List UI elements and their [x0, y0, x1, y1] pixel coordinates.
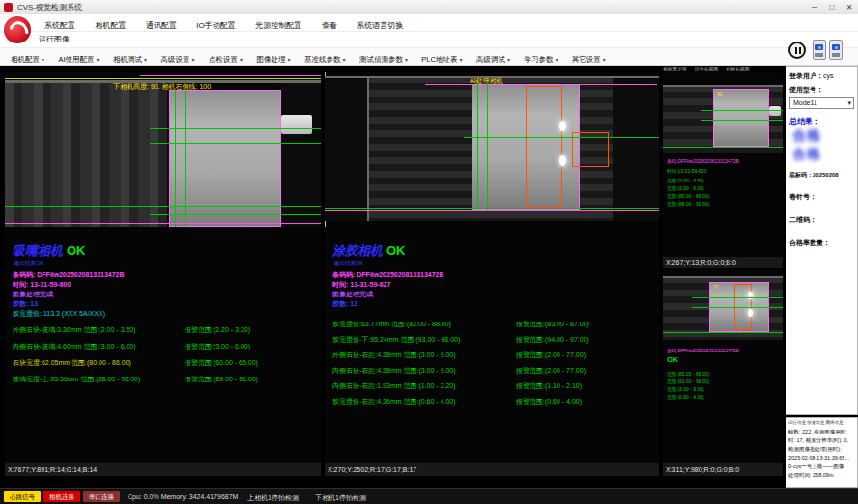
- run-image-label: 运行图像: [39, 35, 70, 43]
- stats-tabs[interactable]: 运行信息 快速信息 网络信息: [788, 420, 844, 425]
- cam-left-coordinate-bar: X:7677;Y:891;R:14;G:14;B:14: [5, 463, 321, 476]
- cam-rt-label: 93: [717, 91, 723, 97]
- serial-connection-badge: 串口连接: [83, 491, 120, 502]
- model-select[interactable]: Mode11: [789, 97, 854, 109]
- main-area: 下相机高度: 93. 相机右侧线: 100 吸嘴相机OK 输出结果OK 条码码:…: [0, 66, 858, 488]
- pause-button[interactable]: [788, 42, 806, 59]
- camera-connection-badge: 相机连接: [43, 491, 80, 502]
- cam-left-top-label: 下相机高度: 93. 相机右侧线: 100: [113, 82, 211, 92]
- camera-view-middle[interactable]: AI处理相机 涂胶相机OK 输出结果OK 条码码: DFFiiw20250208…: [325, 72, 659, 463]
- cam-left-ok-status: OK: [67, 243, 86, 258]
- measure-row: 内侧石块-玻璃:4.60mm 范围:(3.00 - 6.00) 报警范围:(3.…: [13, 342, 319, 351]
- cam-left-title: 吸嘴相机OK: [13, 242, 86, 260]
- header-label-3: 右侧右视图: [726, 66, 750, 71]
- cam-mid-process: 图像处理完成: [332, 290, 373, 299]
- window-title: CVS-视觉检测系统: [17, 3, 82, 12]
- info-panel: 登录用户：cys 使用型号： Mode11 总结果： 合格 合格 底标码：202…: [786, 66, 858, 415]
- header-label-1: 相机显示区: [663, 66, 687, 71]
- cam-mid-ok-status: OK: [386, 243, 406, 258]
- cam-rb-ok-status: OK: [667, 355, 678, 364]
- camera-toggle-button-2[interactable]: [829, 40, 843, 60]
- login-user-row: 登录用户：cys: [789, 71, 834, 81]
- menu-bar: 系统配置 相机配置 通讯配置 IO手动配置 光源控制配置 查看 系统语言切换: [0, 14, 858, 32]
- title-bar: CVS-视觉检测系统 ─ □ ✕: [0, 0, 858, 14]
- measure-row: 玻璃宽度-上:95.56mm 范围:(88.00 - 92.00) 报警范围:(…: [13, 375, 319, 384]
- cam-mid-time: 时间: 13-31-59-627: [332, 280, 390, 290]
- measure-row: 石块宽度:62.05mm 范围:(80.00 - 86.00) 报警范围:(60…: [13, 358, 319, 368]
- cam-rt-coordinate-bar: X:267;Y:13;R:0;G:0;B:0: [663, 257, 783, 268]
- right-column-header: 相机显示区 运动右视图 右侧右视图: [663, 66, 785, 71]
- roi-box: [526, 86, 562, 208]
- inspected-part: [713, 89, 769, 147]
- measure-row: 外侧石块-石距:4.38mm 范围:(3.00 - 9.00) 报警范围:(2.…: [332, 350, 657, 360]
- measure-row: 胶宽度值-石距:4.36mm 范围:(0.60 - 4.00) 报警范围:(0.…: [332, 397, 657, 406]
- cam-mid-barcode: 条码码: DFFiiw2025020813313472B: [332, 270, 444, 280]
- cam-left-process: 图像处理完成: [13, 290, 53, 299]
- cam-left-count: 胶数: 13: [13, 299, 38, 309]
- cam-mid-coordinate-bar: X:270;Y:2502;R:17;G:17;B:17: [325, 463, 659, 476]
- measure-row: 内侧石块-石距:4.38mm 范围:(3.00 - 9.00) 报警范围:(2.…: [332, 366, 657, 376]
- cam-mid-count: 胶数: 13: [332, 299, 358, 309]
- cam-mid-top-label: AI处理相机: [470, 76, 503, 86]
- camera-icon: [832, 44, 840, 50]
- result-value-blurred: 合格: [792, 127, 821, 145]
- camera-view-right-bottom[interactable]: 77 条码:DFFiiw2025020813313472B OK 范围:(82.…: [663, 270, 783, 463]
- cam-left-time: 时间: 13-31-59-600: [13, 280, 71, 290]
- nozzle-shape: [281, 115, 312, 134]
- cam-left-barcode: 条码码: DFFiiw2025020813313472B: [13, 270, 125, 280]
- upper-camera-status: 上相机1停拍检测: [247, 493, 299, 503]
- cam-mid-sub: 输出结果OK: [334, 260, 363, 266]
- cam-left-sub: 输出结果OK: [14, 260, 43, 266]
- heartbeat-badge: 心跳信号: [4, 491, 41, 502]
- total-result-label: 总结果：: [789, 116, 820, 126]
- pause-icon: [795, 47, 798, 54]
- result-value-blurred: 合格: [792, 146, 821, 163]
- stats-panel: 运行信息 快速信息 网络信息 帧数: 222, 检测图像用时: 时: 17, 检…: [786, 417, 858, 488]
- cam-mid-title: 涂胶相机OK: [332, 242, 406, 260]
- camera-view-right-top[interactable]: 93 条码:DFFiiw2025020813313472B 时间:13-31-5…: [663, 73, 783, 257]
- measure-row: 内侧石块-石距:1.93mm 范围:(1.00 - 2.20) 报警范围:(1.…: [332, 381, 657, 391]
- roll-needle-label: 卷针号：: [789, 192, 816, 202]
- lower-camera-status: 下相机1停拍检测: [315, 493, 366, 503]
- base-code-line: 底标码：20250208: [789, 171, 839, 180]
- toolbar: 相机配置 AI使用配置 相机调试 高级设置 点检设置 图像处理 基准线参数 测试…: [0, 47, 858, 66]
- measure-row: 外侧石块-玻璃:3.30mm 范围:(2.00 - 3.50) 报警范围:(2.…: [13, 325, 319, 335]
- nozzle-shape: [769, 106, 781, 116]
- measure-row: 胶宽度值:63.77mm 范围:(82.00 - 88.00) 报警范围:(83…: [332, 320, 657, 329]
- run-image-row: 运行图像: [0, 32, 858, 47]
- maximize-button[interactable]: □: [823, 0, 841, 14]
- cam-rb-coordinate-bar: X:311;Y:980;R:0;G:0;B:0: [663, 463, 783, 476]
- minimize-button[interactable]: ─: [806, 0, 823, 14]
- close-button[interactable]: ✕: [841, 0, 858, 14]
- app-icon: [4, 3, 13, 12]
- login-user-value: cys: [823, 72, 834, 79]
- qr-code-label: 二维码：: [789, 215, 816, 225]
- cam-left-extra: 胶宽度值: 113.3 (XXX 5A/XXX): [13, 309, 105, 319]
- cam-rb-label: 77: [713, 284, 719, 290]
- camera-view-left[interactable]: 下相机高度: 93. 相机右侧线: 100 吸嘴相机OK 输出结果OK 条码码:…: [5, 72, 321, 463]
- app-window: CVS-视觉检测系统 ─ □ ✕ 系统配置 相机配置 通讯配置 IO手动配置 光…: [0, 0, 858, 504]
- model-label: 使用型号：: [789, 85, 823, 95]
- measure-row: 胶宽度值-下:95.24mm 范围:(93.00 - 98.00) 报警范围:(…: [332, 335, 657, 345]
- camera-icon: [815, 44, 823, 50]
- model-value: Mode11: [793, 99, 817, 106]
- camera-toggle-button-1[interactable]: [813, 40, 826, 60]
- pass-rate-label: 合格率数量：: [789, 238, 830, 248]
- header-label-2: 运动右视图: [694, 66, 718, 71]
- status-bar: 心跳信号 相机连接 串口连接 Cpu: 0.0% Memory: 3424.41…: [0, 488, 858, 504]
- brand-logo-icon: [4, 16, 31, 43]
- cpu-memory-status: Cpu: 0.0% Memory: 3424.4179687M: [128, 493, 238, 500]
